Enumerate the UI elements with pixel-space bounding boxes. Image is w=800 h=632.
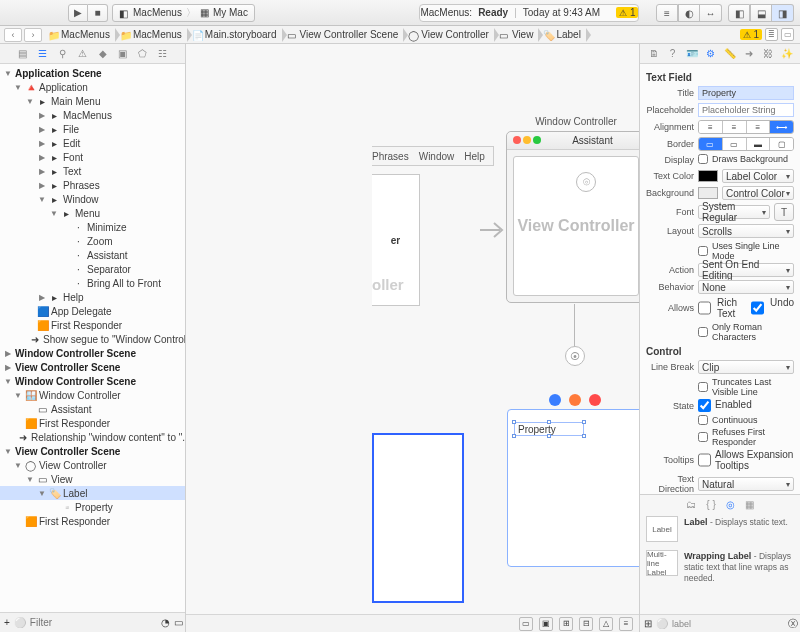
library-filter-input[interactable] bbox=[672, 619, 784, 629]
recent-filter-icon[interactable]: ◔ bbox=[161, 617, 170, 628]
symbol-nav-icon[interactable]: ☰ bbox=[37, 48, 48, 59]
project-nav-icon[interactable]: ▤ bbox=[17, 48, 28, 59]
tree-row-21[interactable]: ▶View Controller Scene bbox=[0, 360, 185, 374]
toggle-navigator-icon[interactable]: ◧ bbox=[728, 4, 750, 22]
title-input[interactable] bbox=[698, 86, 794, 100]
continuous-check[interactable] bbox=[698, 415, 708, 425]
attributes-inspector-icon[interactable]: ⚙ bbox=[705, 48, 717, 60]
library-tab-bar[interactable]: 🗂 { } ◎ ▦ bbox=[646, 499, 794, 510]
effects-inspector-icon[interactable]: ✨ bbox=[781, 48, 793, 60]
file-inspector-icon[interactable]: 🗎 bbox=[648, 48, 660, 60]
tree-row-10[interactable]: ▼▸Menu bbox=[0, 206, 185, 220]
navigator-filter-input[interactable] bbox=[30, 617, 157, 628]
report-nav-icon[interactable]: ☷ bbox=[157, 48, 168, 59]
assistant-editor-icon[interactable]: ◐ bbox=[678, 4, 700, 22]
first-responder-icon[interactable] bbox=[569, 394, 581, 406]
size-inspector-icon[interactable]: 📏 bbox=[724, 48, 736, 60]
debug-nav-icon[interactable]: ▣ bbox=[117, 48, 128, 59]
window-controller-scene[interactable]: Window Controller Assistant View Control… bbox=[506, 116, 640, 303]
placeholder-input[interactable] bbox=[698, 103, 794, 117]
refuses-fr-check[interactable] bbox=[698, 432, 708, 442]
storyboard-canvas[interactable]: Phrases Window Help er oller Window Cont… bbox=[186, 44, 640, 632]
file-template-icon[interactable]: 🗂 bbox=[686, 499, 696, 510]
tree-row-9[interactable]: ▼▸Window bbox=[0, 192, 185, 206]
add-icon[interactable]: + bbox=[4, 617, 10, 628]
crumb-6[interactable]: 🏷️Label bbox=[539, 26, 586, 43]
tree-row-19[interactable]: ➜Show segue to "Window Controller" bbox=[0, 332, 185, 346]
tree-row-1[interactable]: ▼🔺Application bbox=[0, 80, 185, 94]
tree-row-17[interactable]: 🟦App Delegate bbox=[0, 304, 185, 318]
tree-row-12[interactable]: ·Zoom bbox=[0, 234, 185, 248]
menu-window[interactable]: Window bbox=[419, 151, 455, 162]
scm-filter-icon[interactable]: ▭ bbox=[174, 617, 183, 628]
identity-inspector-icon[interactable]: 🪪 bbox=[686, 48, 698, 60]
run-stop-segment[interactable]: ▶ ■ bbox=[68, 4, 108, 22]
text-color-swatch[interactable] bbox=[698, 170, 718, 182]
layout-combo[interactable]: Scrolls bbox=[698, 224, 794, 238]
relationship-icon[interactable]: ⦿ bbox=[565, 346, 585, 366]
truncates-check[interactable] bbox=[698, 382, 708, 392]
forward-button[interactable]: › bbox=[24, 28, 42, 42]
tree-row-25[interactable]: 🟧First Responder bbox=[0, 416, 185, 430]
scheme-selector[interactable]: ◧ MacMenus 〉 ▦ My Mac bbox=[112, 4, 255, 22]
editor-mode-segment[interactable]: ≡ ◐ ↔ bbox=[656, 4, 722, 22]
issue-nav-icon[interactable]: ⚠ bbox=[77, 48, 88, 59]
activity-status[interactable]: MacMenus: Ready | Today at 9:43 AM ⚠ 1 bbox=[419, 4, 639, 22]
tree-row-5[interactable]: ▶▸Edit bbox=[0, 136, 185, 150]
connections-inspector-icon[interactable]: ➜ bbox=[743, 48, 755, 60]
bindings-inspector-icon[interactable]: ⛓ bbox=[762, 48, 774, 60]
tree-row-30[interactable]: ▼🏷️Label bbox=[0, 486, 185, 500]
object-library-icon[interactable]: ◎ bbox=[726, 499, 735, 510]
label-control[interactable]: Property bbox=[514, 422, 584, 436]
tree-row-6[interactable]: ▶▸Font bbox=[0, 150, 185, 164]
expansion-tooltip-check[interactable] bbox=[698, 449, 711, 471]
offscreen-vc-bottom[interactable] bbox=[372, 433, 464, 603]
menu-phrases[interactable]: Phrases bbox=[372, 151, 409, 162]
back-button[interactable]: ‹ bbox=[4, 28, 22, 42]
outline-toggle-icon[interactable]: ≣ bbox=[765, 28, 778, 41]
tree-row-16[interactable]: ▶▸Help bbox=[0, 290, 185, 304]
crumb-4[interactable]: ◯View Controller bbox=[404, 26, 495, 43]
adjust-editor-icon[interactable]: ▭ bbox=[781, 28, 794, 41]
bg-color-combo[interactable]: Control Color bbox=[722, 186, 794, 200]
tree-row-15[interactable]: ·Bring All to Front bbox=[0, 276, 185, 290]
behavior-combo[interactable]: None bbox=[698, 280, 794, 294]
tree-row-28[interactable]: ▼◯View Controller bbox=[0, 458, 185, 472]
tree-row-32[interactable]: 🟧First Responder bbox=[0, 514, 185, 528]
tree-row-31[interactable]: ▫️Property bbox=[0, 500, 185, 514]
standard-editor-icon[interactable]: ≡ bbox=[656, 4, 678, 22]
font-combo[interactable]: System Regular bbox=[698, 205, 770, 219]
tree-row-2[interactable]: ▼▸Main Menu bbox=[0, 94, 185, 108]
media-library-icon[interactable]: ▦ bbox=[745, 499, 754, 510]
crumb-0[interactable]: 📁MacMenus bbox=[44, 26, 116, 43]
test-nav-icon[interactable]: ◆ bbox=[97, 48, 108, 59]
tree-row-29[interactable]: ▼▭View bbox=[0, 472, 185, 486]
tree-row-27[interactable]: ▼View Controller Scene bbox=[0, 444, 185, 458]
stop-button[interactable]: ■ bbox=[88, 4, 108, 22]
panel-toggle-segment[interactable]: ◧ ⬓ ◨ bbox=[728, 4, 794, 22]
menu-bar-scene[interactable]: Phrases Window Help bbox=[372, 146, 494, 166]
inspector-tab-bar[interactable]: 🗎 ? 🪪 ⚙ 📏 ➜ ⛓ ✨ bbox=[640, 44, 800, 64]
toggle-inspector-icon[interactable]: ◨ bbox=[772, 4, 794, 22]
tree-row-20[interactable]: ▶Window Controller Scene bbox=[0, 346, 185, 360]
breakpoint-nav-icon[interactable]: ⬠ bbox=[137, 48, 148, 59]
border-segment[interactable]: ▭▭▬▢ bbox=[698, 137, 794, 151]
tree-row-7[interactable]: ▶▸Text bbox=[0, 164, 185, 178]
tree-row-14[interactable]: ·Separator bbox=[0, 262, 185, 276]
crumb-5[interactable]: ▭View bbox=[495, 26, 540, 43]
tree-row-8[interactable]: ▶▸Phrases bbox=[0, 178, 185, 192]
alignment-segment[interactable]: ≡≡≡⟷ bbox=[698, 120, 794, 134]
document-outline[interactable]: ▼Application Scene▼🔺Application▼▸Main Me… bbox=[0, 64, 185, 612]
action-combo[interactable]: Sent On End Editing bbox=[698, 263, 794, 277]
run-button[interactable]: ▶ bbox=[68, 4, 88, 22]
text-color-combo[interactable]: Label Color bbox=[722, 169, 794, 183]
tree-row-24[interactable]: ▭Assistant bbox=[0, 402, 185, 416]
version-editor-icon[interactable]: ↔ bbox=[700, 4, 722, 22]
font-panel-button[interactable]: T bbox=[774, 203, 794, 221]
resolve-icon[interactable]: △ bbox=[599, 617, 613, 631]
segue-connector-icon[interactable]: ⦾ bbox=[576, 172, 596, 192]
textdir-combo[interactable]: Natural bbox=[698, 477, 794, 491]
embed-icon[interactable]: ▣ bbox=[539, 617, 553, 631]
help-inspector-icon[interactable]: ? bbox=[667, 48, 679, 60]
rich-text-check[interactable] bbox=[698, 297, 711, 319]
